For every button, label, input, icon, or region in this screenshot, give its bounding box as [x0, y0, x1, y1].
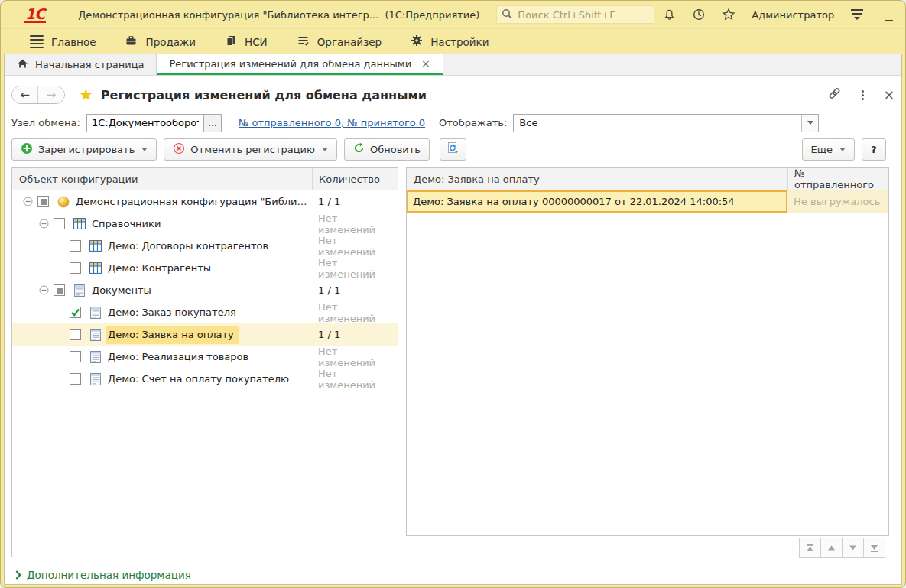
registered-object-row[interactable]: Демо: Заявка на оплату 00000000017 от 22… — [407, 190, 888, 213]
tree-row[interactable]: Демо: Заказ покупателяНет изменений — [12, 301, 398, 323]
cancel-registration-button[interactable]: Отменить регистрацию — [164, 138, 337, 161]
form-content: ← → ★ Регистрация изменений для обмена д… — [5, 76, 901, 584]
forward-button[interactable]: → — [38, 86, 64, 103]
column-object[interactable]: Объект конфигурации — [12, 174, 312, 185]
change-count: 1 / 1 — [312, 196, 398, 207]
change-count: 1 / 1 — [312, 284, 398, 296]
collapse-icon[interactable] — [20, 197, 35, 206]
display-filter-value: Все — [514, 117, 801, 128]
button-label: Обновить — [370, 144, 421, 155]
bell-icon[interactable] — [662, 8, 676, 21]
get-link-icon[interactable] — [827, 86, 842, 103]
additional-info-label: Дополнительная информация — [27, 569, 191, 581]
documents-icon — [225, 34, 237, 49]
tree-row[interactable]: Демо: Договоры контрагентовНет изменений — [12, 235, 398, 257]
search-input[interactable] — [516, 8, 649, 21]
object-label: Демонстрационная конфигурация "Библиотек… — [74, 193, 312, 211]
tree-row[interactable]: Демо: Реализация товаровНет изменений — [12, 346, 398, 368]
export-changes-button[interactable] — [440, 138, 466, 161]
row-checkbox[interactable] — [70, 351, 81, 362]
service-menu-icon[interactable] — [850, 9, 864, 20]
refresh-button[interactable]: Обновить — [344, 138, 430, 161]
button-label: Отменить регистрацию — [190, 144, 315, 155]
row-checkbox[interactable] — [70, 307, 81, 318]
button-label: Зарегистрировать — [38, 144, 135, 155]
collapse-icon[interactable] — [36, 285, 51, 295]
menu-item-nsi[interactable]: НСИ — [216, 31, 277, 52]
chevron-right-icon — [12, 570, 21, 579]
tree-row[interactable]: Демо: Счет на оплату покупателюНет измен… — [12, 368, 398, 390]
scroll-up-icon[interactable] — [820, 538, 843, 558]
object-label: Демо: Заказ покупателя — [106, 304, 241, 322]
exchange-node-input[interactable] — [87, 115, 203, 132]
display-label: Отображать: — [439, 117, 507, 128]
scroll-last-icon[interactable] — [863, 538, 885, 558]
display-filter-select[interactable]: Все — [513, 114, 819, 132]
object-label: Демо: Заявка на оплату — [106, 326, 239, 344]
sent-number-cell: Не выгружалось — [787, 190, 888, 213]
choose-node-button[interactable]: ... — [203, 115, 221, 132]
tree-row[interactable]: Демонстрационная конфигурация "Библиотек… — [12, 190, 398, 213]
row-checkbox[interactable] — [54, 218, 65, 229]
menu-item-organizer[interactable]: Органайзер — [287, 31, 391, 52]
catalog-icon — [89, 262, 102, 275]
tab-label: Начальная страница — [35, 59, 144, 70]
left-table-header: Объект конфигурации Количество — [12, 168, 398, 190]
object-cell[interactable]: Демо: Заявка на оплату 00000000017 от 22… — [407, 190, 787, 213]
current-user[interactable]: Администратор — [752, 9, 834, 21]
menu-item-glavnoe[interactable]: Главное — [21, 32, 105, 51]
collapse-icon[interactable] — [36, 219, 51, 229]
tab-registration[interactable]: Регистрация изменений для обмена данными… — [157, 54, 443, 75]
column-count[interactable]: Количество — [312, 168, 398, 190]
more-menu-icon[interactable] — [862, 90, 864, 100]
menu-label: НСИ — [245, 36, 268, 48]
catalog-icon — [89, 239, 102, 252]
scroll-down-icon[interactable] — [842, 538, 864, 558]
menu-label: Органайзер — [317, 36, 382, 48]
right-table-header: Демо: Заявка на оплату № отправленного — [407, 168, 888, 190]
register-button[interactable]: Зарегистрировать — [11, 138, 157, 161]
back-button[interactable]: ← — [12, 86, 38, 103]
tree-row[interactable]: Демо: Заявка на оплату1 / 1 — [12, 323, 398, 346]
message-counters-link[interactable]: № отправленного 0, № принятого 0 — [239, 117, 425, 128]
plus-icon — [21, 142, 33, 157]
column-object-name[interactable]: Демо: Заявка на оплату — [407, 174, 787, 185]
home-icon — [17, 58, 28, 71]
menu-item-nastroiki[interactable]: Настройки — [401, 31, 498, 52]
row-checkbox[interactable] — [70, 329, 81, 340]
menu-item-prodazhi[interactable]: Продажи — [115, 31, 205, 52]
organizer-icon — [297, 34, 310, 49]
favorites-star-icon[interactable] — [722, 8, 736, 21]
document-icon — [89, 350, 102, 363]
row-checkbox[interactable] — [54, 284, 65, 296]
form-close-icon[interactable]: × — [884, 87, 895, 102]
row-checkbox[interactable] — [37, 196, 49, 207]
exchange-node-field[interactable]: ... — [86, 114, 222, 132]
object-label: Демо: Реализация товаров — [106, 348, 253, 366]
more-button[interactable]: Еще — [802, 138, 855, 161]
sections-icon — [30, 35, 44, 48]
row-checkbox[interactable] — [70, 262, 81, 274]
object-label: Демо: Счет на оплату покупателю — [106, 370, 294, 388]
config-objects-table: Объект конфигурации Количество Демонстра… — [11, 167, 398, 557]
dropdown-button[interactable] — [801, 115, 818, 132]
tab-home[interactable]: Начальная страница — [5, 54, 157, 75]
row-checkbox[interactable] — [70, 373, 81, 385]
row-checkbox[interactable] — [70, 240, 81, 252]
tree-row[interactable]: Демо: КонтрагентыНет изменений — [12, 257, 398, 279]
global-search[interactable] — [496, 5, 654, 24]
config-icon — [57, 195, 70, 208]
change-count: Нет изменений — [312, 235, 398, 258]
tab-close-icon[interactable]: × — [421, 57, 430, 70]
scroll-first-icon[interactable] — [799, 538, 821, 558]
history-icon[interactable] — [692, 8, 706, 21]
tree-row[interactable]: Документы1 / 1 — [12, 279, 398, 301]
document-icon — [73, 284, 86, 297]
1c-logo-icon: 1С — [24, 6, 46, 23]
additional-info-group[interactable]: Дополнительная информация — [14, 569, 191, 581]
minimize-icon[interactable] — [880, 8, 897, 21]
column-sent-no[interactable]: № отправленного — [787, 168, 888, 190]
help-button[interactable]: ? — [862, 138, 886, 161]
favorite-star-icon[interactable]: ★ — [79, 86, 93, 104]
tree-row[interactable]: СправочникиНет изменений — [12, 213, 398, 235]
